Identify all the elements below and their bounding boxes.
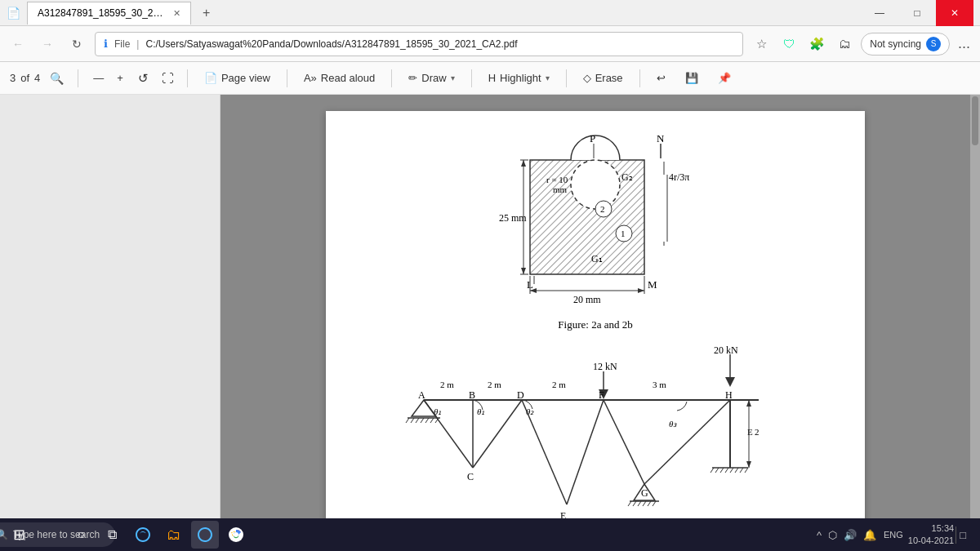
highlight-chevron: ▾ [546,73,550,82]
network-icon[interactable]: ⬡ [826,527,840,544]
settings-more-button[interactable]: ... [955,35,973,52]
svg-text:2 m: 2 m [440,380,454,389]
search-button[interactable]: 🔍 [45,67,68,90]
svg-text:20 kN: 20 kN [714,344,738,356]
undo-button[interactable]: ↩ [650,69,672,87]
svg-line-74 [633,501,636,506]
svg-marker-94 [746,461,751,468]
svg-line-77 [648,501,651,506]
scroll-thumb[interactable] [972,96,978,145]
svg-text:E: E [747,427,753,437]
zoom-in-button[interactable]: + [112,70,128,86]
svg-line-68 [567,400,604,504]
address-text: C:/Users/Satyaswagat%20Panda/Downloads/A… [145,38,734,50]
save-button[interactable]: 💾 [679,69,705,87]
svg-line-52 [411,418,414,423]
svg-text:2: 2 [755,427,760,437]
svg-line-69 [604,400,644,484]
svg-line-88 [740,468,743,473]
search-icon: 🔍 [0,529,8,540]
taskbar-cortana[interactable]: ○ [67,521,95,549]
system-tray: ^ ⬡ 🔊 🔔 ENG 15:34 10-04-2021 □ [814,522,975,548]
fullscreen-button[interactable]: ⛶ [158,68,177,88]
pin-button[interactable]: 📌 [711,69,737,87]
page-view-button[interactable]: 📄 Page view [198,69,277,87]
back-button[interactable]: ← [7,33,29,56]
pdf-area[interactable]: P N r = 10 mm G₂ 4r/3π 2 [220,95,970,518]
scrollbar[interactable] [970,95,980,518]
main-area: P N r = 10 mm G₂ 4r/3π 2 [0,95,980,518]
minimize-button[interactable]: — [861,0,898,26]
svg-line-62 [424,400,473,468]
taskbar-chrome[interactable] [222,521,250,549]
erase-label: Erase [595,72,623,84]
chevron-up-icon[interactable]: ^ [814,527,824,544]
highlight-button[interactable]: H Highlight ▾ [482,69,556,87]
label-P: P [590,132,595,144]
svg-line-73 [628,501,631,506]
svg-line-89 [745,468,748,473]
svg-text:N: N [657,132,665,144]
favorites-button[interactable]: ☆ [750,33,773,56]
extensions-button[interactable]: 🧩 [805,33,828,56]
shield-icon[interactable]: 🛡 [777,33,800,56]
page-of: of [20,72,29,84]
page-total: 4 [34,72,40,84]
svg-marker-23 [521,268,526,274]
volume-icon[interactable]: 🔊 [841,527,859,544]
svg-text:mm: mm [553,184,568,194]
svg-line-84 [720,468,724,473]
figure-caption: Figure: 2a and 2b [558,318,632,331]
read-aloud-button[interactable]: A» Read aloud [297,69,381,87]
separator-4 [391,69,392,87]
new-tab-button[interactable]: + [198,6,215,20]
page-view-icon: 📄 [204,72,217,84]
show-desktop-button[interactable]: □ [956,527,969,544]
erase-button[interactable]: ◇ Erase [577,69,630,87]
taskbar-file-explorer[interactable]: 🗂 [160,521,188,549]
page-view-label: Page view [221,72,270,84]
svg-point-2 [571,160,620,209]
title-bar: 📄 A312847891_18595_30_2021_CA ✕ + — □ ✕ [0,0,980,26]
forward-button[interactable]: → [36,33,59,56]
sidebar [0,95,220,518]
browser-tab[interactable]: A312847891_18595_30_2021_CA ✕ [27,2,191,24]
taskbar-edge[interactable] [129,521,157,549]
svg-text:G₁: G₁ [591,253,603,264]
address-bar: ← → ↻ ℹ File | C:/Users/Satyaswagat%20Pa… [0,26,980,62]
notification-icon[interactable]: 🔔 [861,527,879,544]
maximize-button[interactable]: □ [898,0,936,26]
separator-1 [78,69,78,87]
refresh-button[interactable]: ↻ [65,33,88,56]
rotate-button[interactable]: ↺ [135,68,152,89]
svg-text:H: H [725,389,733,401]
close-button[interactable]: ✕ [936,0,973,26]
zoom-controls: — + [88,70,128,86]
svg-text:4r/3π: 4r/3π [669,171,689,183]
svg-line-79 [644,400,730,484]
browser-icon: 📄 [7,7,20,20]
date: 10-04-2021 [908,535,954,547]
right-icons: ☆ 🛡 🧩 🗂 Not syncing S ... [750,33,973,56]
zoom-out-button[interactable]: — [88,70,109,86]
svg-text:2 m: 2 m [552,380,566,389]
svg-marker-93 [746,400,751,407]
collections-button[interactable]: 🗂 [833,33,856,56]
taskbar-task-view[interactable]: ⧉ [98,521,126,549]
svg-line-85 [725,468,728,473]
svg-text:12 kN: 12 kN [593,361,617,372]
read-aloud-label: Read aloud [321,72,376,84]
svg-text:F: F [599,389,604,401]
taskbar-edge-pdf[interactable] [191,521,219,549]
svg-line-66 [522,400,567,504]
taskbar-search[interactable]: 🔍 Type here to search [36,521,64,549]
time-date-display[interactable]: 15:34 10-04-2021 [908,522,954,548]
erase-icon: ◇ [583,72,591,84]
not-syncing-button[interactable]: Not syncing S [861,33,950,56]
svg-text:3 m: 3 m [653,380,666,389]
draw-button[interactable]: ✏ Draw ▾ [402,69,461,87]
address-box[interactable]: ℹ File | C:/Users/Satyaswagat%20Panda/Do… [95,32,743,56]
read-aloud-icon: A» [304,72,317,84]
tab-close-button[interactable]: ✕ [173,8,180,19]
svg-text:25 mm: 25 mm [499,212,527,224]
